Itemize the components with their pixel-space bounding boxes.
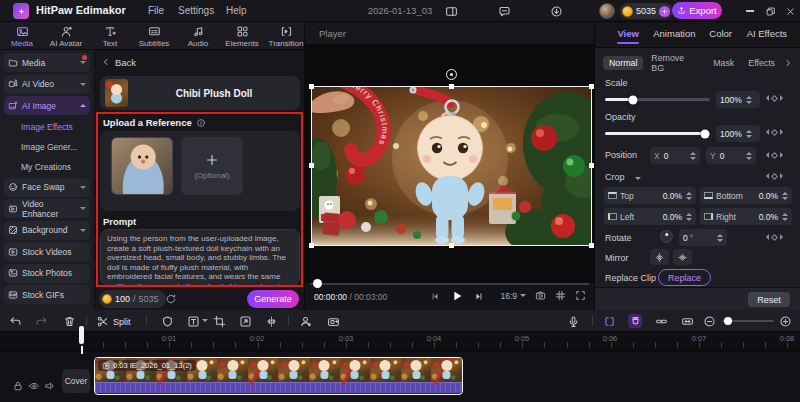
player-canvas[interactable]: Merry Christmas [305, 45, 594, 283]
sidebar-item-video-enhancer[interactable]: Video Enhancer [4, 199, 90, 218]
coin-balance-pill[interactable]: 5035 [620, 3, 673, 19]
sidebar-item-image-generator[interactable]: Image Gener... [4, 138, 90, 156]
reset-button[interactable]: Reset [748, 292, 790, 307]
sidebar-item-stock-photos[interactable]: Stock Photos [4, 264, 90, 283]
selection-box[interactable] [311, 86, 592, 246]
tab-media[interactable]: Media [0, 22, 44, 49]
crop-caret-icon[interactable] [635, 177, 641, 180]
tab-subtitles[interactable]: Subtitles [132, 22, 176, 49]
sidebar-item-image-effects[interactable]: Image Effects [4, 118, 90, 136]
close-button[interactable] [782, 3, 798, 19]
delete-icon[interactable] [62, 314, 76, 328]
split-label[interactable]: Split [113, 317, 131, 327]
sidebar-item-ai-video[interactable]: AI Video [4, 75, 90, 94]
tab-audio[interactable]: Audio [176, 22, 220, 49]
template-card[interactable]: Chibi Plush Doll [100, 76, 300, 110]
grid-icon[interactable] [555, 290, 566, 301]
track-lock-icon[interactable] [12, 380, 24, 392]
selection-handle[interactable] [449, 84, 454, 89]
refresh-icon[interactable] [165, 293, 177, 305]
stepper-icon[interactable] [686, 213, 692, 221]
stepper-icon[interactable] [717, 234, 723, 242]
mask-icon[interactable] [160, 314, 174, 328]
rotate-handle-icon[interactable] [446, 69, 457, 80]
mode-effects[interactable]: Effects [742, 56, 781, 70]
opacity-slider[interactable] [605, 132, 710, 135]
play-icon[interactable] [450, 289, 464, 303]
track-mute-icon[interactable] [44, 380, 56, 392]
tab-text[interactable]: Text [88, 22, 132, 49]
selection-handle[interactable] [309, 84, 314, 89]
crop-tool-icon[interactable] [212, 314, 226, 328]
export-button[interactable]: Export [672, 2, 722, 19]
selection-handle[interactable] [449, 243, 454, 248]
stepper-icon[interactable] [782, 192, 788, 200]
magnet-icon[interactable] [628, 314, 642, 328]
selection-handle[interactable] [309, 163, 314, 168]
position-keyframe-controls[interactable] [766, 152, 783, 158]
mirror-tool-icon[interactable] [264, 314, 278, 328]
crop-top-field[interactable]: Top0.0% [604, 187, 696, 204]
rotate-keyframe-controls[interactable] [766, 234, 783, 240]
tab-color[interactable]: Color [698, 28, 744, 39]
rotate-dial[interactable] [660, 230, 673, 243]
playhead-head[interactable] [79, 326, 84, 344]
download-icon[interactable] [548, 3, 564, 19]
scale-keyframe-controls[interactable] [766, 95, 783, 101]
stepper-icon[interactable] [690, 152, 696, 160]
mode-normal[interactable]: Normal [603, 56, 643, 70]
stepper-icon[interactable] [686, 192, 692, 200]
selection-handle[interactable] [589, 243, 594, 248]
feedback-icon[interactable] [496, 3, 512, 19]
sidebar-item-stock-gifs[interactable]: Stock GIFs [4, 285, 90, 304]
stepper-icon[interactable] [746, 152, 752, 160]
mode-remove-bg[interactable]: Remove BG [645, 51, 705, 75]
tab-ai-avatar[interactable]: AI Avatar [44, 22, 88, 49]
sidebar-item-ai-image[interactable]: AI Image [4, 96, 90, 115]
link-icon[interactable] [654, 314, 668, 328]
undo-icon[interactable] [8, 314, 22, 328]
previous-frame-icon[interactable] [430, 291, 441, 302]
fit-timeline-icon[interactable] [680, 314, 694, 328]
tab-animation[interactable]: Animation [651, 28, 697, 39]
sidebar-item-face-swap[interactable]: Face Swap [4, 178, 90, 197]
aspect-ratio-select[interactable]: 16:9 [500, 291, 526, 301]
crop-right-field[interactable]: Right0.0% [700, 208, 792, 225]
position-y-field[interactable]: Y0 [706, 147, 756, 164]
add-coins-icon[interactable] [659, 6, 670, 17]
zoom-in-icon[interactable] [778, 314, 792, 328]
scale-slider[interactable] [605, 98, 710, 101]
redo-icon[interactable] [34, 314, 48, 328]
avatar-record-icon[interactable] [298, 314, 312, 328]
playhead-line[interactable] [81, 346, 83, 354]
export-frame-icon[interactable] [238, 314, 252, 328]
selection-handle[interactable] [309, 243, 314, 248]
mirror-vertical-button[interactable] [673, 249, 692, 265]
seek-knob[interactable] [313, 279, 322, 288]
generate-button[interactable]: Generate [247, 290, 299, 308]
crop-bottom-field[interactable]: Bottom0.0% [700, 187, 792, 204]
opacity-value-field[interactable]: 100% [716, 125, 760, 142]
position-x-field[interactable]: X0 [650, 147, 700, 164]
prompt-input[interactable]: Using the person from the user-uploaded … [100, 229, 300, 286]
timeline-zoom-slider[interactable] [722, 320, 774, 322]
sidebar-item-background[interactable]: Background [4, 221, 90, 240]
upload-optional-tile[interactable]: (Optional) [181, 137, 243, 195]
text-tool-icon[interactable] [186, 314, 200, 328]
zoom-out-icon[interactable] [702, 314, 716, 328]
stepper-icon[interactable] [782, 213, 788, 221]
info-icon[interactable] [196, 118, 206, 128]
snapshot-icon[interactable] [535, 290, 546, 301]
restore-button[interactable] [762, 3, 778, 19]
rotate-value-field[interactable]: 0° [679, 229, 727, 246]
split-icon[interactable] [95, 314, 109, 328]
timeline-clip[interactable]: 0:03 IE_2026_01_13(2) [94, 357, 463, 395]
crop-left-field[interactable]: Left0.0% [604, 208, 696, 225]
voiceover-mic-icon[interactable] [566, 314, 580, 328]
next-frame-icon[interactable] [473, 291, 484, 302]
minimize-button[interactable] [742, 3, 758, 19]
selection-handle[interactable] [589, 163, 594, 168]
stepper-icon[interactable] [746, 130, 752, 138]
sidebar-item-media[interactable]: Media [4, 53, 90, 72]
scale-value-field[interactable]: 100% [716, 91, 760, 108]
